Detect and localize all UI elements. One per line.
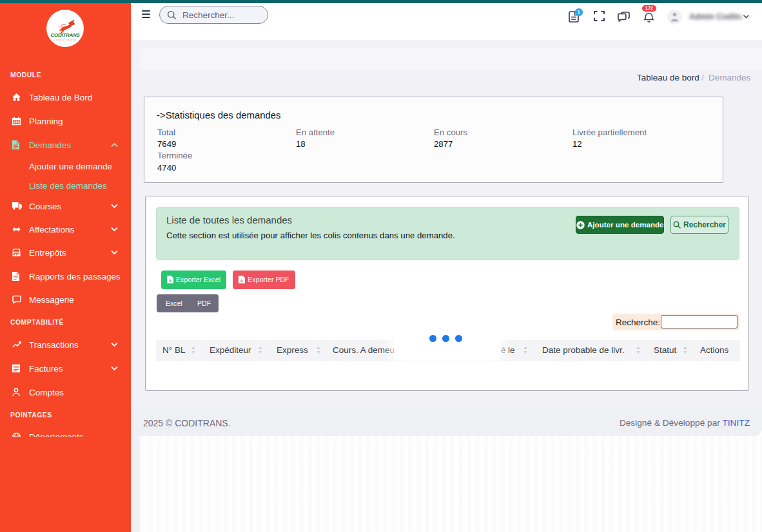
svg-text:CODITRANS: CODITRANS (51, 32, 81, 38)
svg-text:L'express national: L'express national (54, 39, 77, 41)
svg-text:A: A (240, 279, 244, 283)
svg-text:x: x (169, 278, 171, 283)
